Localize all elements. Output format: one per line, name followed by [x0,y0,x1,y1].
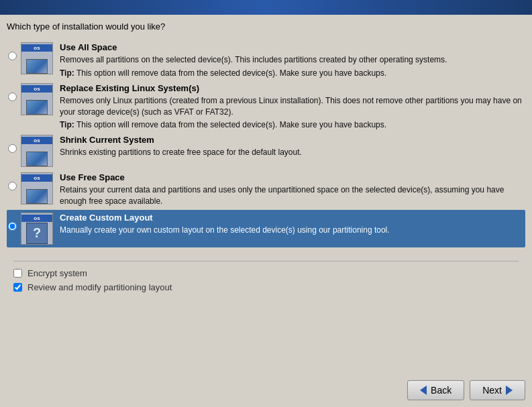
option-text-replace-linux: Replace Existing Linux System(s)Removes … [60,83,524,130]
next-arrow-icon [506,386,513,395]
option-icon-shrink-current: os [21,135,53,167]
option-desc-shrink-current: Shrinks existing partitions to create fr… [60,147,524,158]
option-radio-shrink-current[interactable] [8,144,17,153]
option-radio-replace-linux[interactable] [8,93,17,101]
option-tip-replace-linux: Tip: This option will remove data from t… [60,120,524,129]
back-button[interactable]: Back [407,380,464,400]
option-title-shrink-current: Shrink Current System [60,135,524,145]
option-icon-replace-linux: os [21,83,53,115]
option-text-use-free-space: Use Free SpaceRetains your current data … [60,172,524,207]
option-tip-use-all-space: Tip: This option will remove data from t… [60,68,524,78]
option-row-use-all-space[interactable]: osUse All SpaceRemoves all partitions on… [7,40,525,80]
next-button[interactable]: Next [470,380,525,400]
options-list: osUse All SpaceRemoves all partitions on… [7,40,525,247]
option-icon-create-custom-layout: os? [21,213,53,245]
screen-icon [26,152,48,166]
option-title-use-free-space: Use Free Space [60,172,524,182]
next-label: Next [482,385,502,396]
question-icon: ? [26,223,48,244]
option-radio-create-custom-layout[interactable] [8,222,17,231]
button-bar: Back Next [407,380,525,400]
header-bar [0,0,532,15]
screen-icon [26,189,48,204]
option-radio-use-free-space[interactable] [8,182,17,190]
option-desc-create-custom-layout: Manually create your own custom layout o… [60,225,524,236]
divider [13,261,519,261]
checkbox-encrypt-system[interactable] [13,269,22,278]
back-arrow-icon [420,386,427,395]
option-text-use-all-space: Use All SpaceRemoves all partitions on t… [60,42,524,78]
option-desc-use-all-space: Removes all partitions on the selected d… [60,54,524,66]
main-content: Which type of installation would you lik… [0,15,532,292]
option-desc-use-free-space: Retains your current data and partitions… [60,184,524,207]
option-row-use-free-space[interactable]: osUse Free SpaceRetains your current dat… [7,170,525,210]
option-text-create-custom-layout: Create Custom LayoutManually create your… [60,213,524,236]
option-title-create-custom-layout: Create Custom Layout [60,213,524,223]
checkbox-label-encrypt-system: Encrypt system [28,268,87,278]
option-radio-use-all-space[interactable] [8,52,17,60]
option-row-create-custom-layout[interactable]: os?Create Custom LayoutManually create y… [7,210,525,247]
option-row-shrink-current[interactable]: osShrink Current SystemShrinks existing … [7,132,525,170]
back-label: Back [431,385,451,396]
screen-icon [26,100,48,115]
page-question: Which type of installation would you lik… [7,21,525,32]
checkbox-row-encrypt-system: Encrypt system [13,268,519,278]
checkbox-row-review-partitioning: Review and modify partitioning layout [13,282,519,292]
option-desc-replace-linux: Removes only Linux partitions (created f… [60,95,524,118]
option-icon-use-free-space: os [21,172,53,205]
option-text-shrink-current: Shrink Current SystemShrinks existing pa… [60,135,524,158]
option-title-use-all-space: Use All Space [60,42,524,52]
option-icon-use-all-space: os [21,42,53,74]
checkbox-review-partitioning[interactable] [13,283,22,292]
option-title-replace-linux: Replace Existing Linux System(s) [60,83,524,93]
checkbox-label-review-partitioning: Review and modify partitioning layout [28,282,172,292]
bottom-options: Encrypt systemReview and modify partitio… [7,261,525,292]
option-row-replace-linux[interactable]: osReplace Existing Linux System(s)Remove… [7,80,525,133]
screen-icon [26,59,48,74]
